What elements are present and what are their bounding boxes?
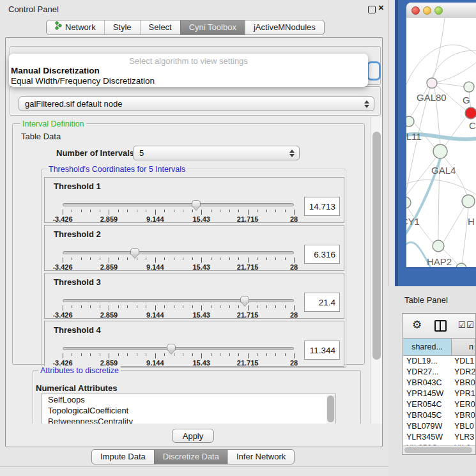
threshold-value-field[interactable]: 6.316 <box>304 245 340 264</box>
tick-mark <box>72 305 72 308</box>
table-cell[interactable]: YBR0 <box>452 410 475 421</box>
table-row[interactable]: YBL079WYBL0 <box>403 421 475 432</box>
tick-mark <box>174 353 174 356</box>
network-node[interactable] <box>456 263 466 267</box>
float-window-icon[interactable] <box>368 6 376 13</box>
table-cell[interactable]: YBL0 <box>452 421 475 432</box>
close-icon[interactable]: × <box>378 2 384 13</box>
settings-vertical-scrollbar[interactable] <box>371 117 382 424</box>
column-header-0[interactable]: shared... <box>403 338 452 356</box>
network-edge[interactable] <box>443 206 465 243</box>
threshold-value-field[interactable]: 14.713 <box>304 197 340 216</box>
table-row[interactable]: YER054CYER0 <box>403 399 475 410</box>
list-scrollbar-thumb[interactable] <box>327 395 334 422</box>
threshold-slider-thumb[interactable] <box>167 344 176 351</box>
network-edge[interactable] <box>437 83 464 87</box>
tab-infer-network[interactable]: Infer Network <box>227 450 294 464</box>
table-cell[interactable]: YDR27... <box>403 367 452 378</box>
mac-zoom-icon[interactable] <box>434 6 443 15</box>
network-node-gcy1[interactable] <box>406 197 411 208</box>
mac-minimize-icon[interactable] <box>423 6 431 15</box>
table-cell[interactable]: YPR1 <box>452 388 475 399</box>
table-data-combo[interactable]: galFiltered.sif default node <box>19 96 374 111</box>
gear-icon[interactable]: ⚙ <box>412 318 422 332</box>
network-canvas[interactable]: GAL80GCGAL11GAL4GCY1HHAP2 <box>406 18 476 267</box>
network-edge[interactable] <box>445 158 467 196</box>
table-row[interactable]: YLR345WYLR3 <box>403 432 475 443</box>
threshold-slider-thumb[interactable] <box>130 248 139 255</box>
control-panel: Control Panel × NetworkStyleSelectCyni T… <box>0 0 389 476</box>
table-cell[interactable]: YLR345W <box>403 432 452 443</box>
table-row[interactable]: YBR043CYBR0 <box>403 378 475 388</box>
table-cell[interactable]: YER0 <box>452 399 475 410</box>
number-of-intervals-combo[interactable]: 5 <box>133 146 300 160</box>
tab-style[interactable]: Style <box>104 20 140 35</box>
tab-impute-data[interactable]: Impute Data <box>92 450 154 464</box>
checkbox-icon[interactable]: ☑ <box>466 320 474 330</box>
numerical-attributes-list[interactable]: SelfLoopsTopologicalCoefficientBetweenne… <box>41 394 336 424</box>
checkbox-icon[interactable]: ☑ <box>458 320 466 330</box>
table-row[interactable]: YDR27...YDR2 <box>403 367 475 378</box>
table-hscrollbar-thumb[interactable] <box>404 447 472 453</box>
network-node-gal11[interactable] <box>406 116 414 127</box>
table-row[interactable]: YPR145WYPR1 <box>403 388 475 399</box>
attribute-list-item[interactable]: SelfLoops <box>42 394 335 405</box>
tab-cyni-toolbox[interactable]: Cyni Toolbox <box>180 20 245 35</box>
network-edge[interactable] <box>445 116 467 146</box>
tick-mark <box>229 305 230 308</box>
list-scrollbar[interactable] <box>326 395 335 424</box>
table-cell[interactable]: YBL079W <box>403 421 452 432</box>
network-node-gal4[interactable] <box>433 144 447 158</box>
algorithm-option-manual[interactable]: Manual Discretization <box>11 66 100 75</box>
algorithm-option-equal-width[interactable]: Equal Width/Frequency Discretization <box>11 76 155 86</box>
network-node-g[interactable] <box>464 82 474 92</box>
threshold-value-field[interactable]: 11.344 <box>304 341 340 360</box>
threshold-slider-thumb[interactable] <box>240 296 249 303</box>
threshold-slider-track[interactable] <box>63 203 294 206</box>
network-window-titlebar[interactable] <box>406 3 476 19</box>
table-row[interactable]: YDL19...YDL1 <box>403 356 475 367</box>
tab-discretize-data[interactable]: Discretize Data <box>154 450 227 464</box>
tick-mark <box>174 257 174 260</box>
threshold-value-field[interactable]: 21.4 <box>304 293 340 312</box>
network-node-label: GAL11 <box>406 131 422 142</box>
network-edge[interactable] <box>438 63 476 82</box>
network-node-hap2[interactable] <box>433 240 444 252</box>
table-cell[interactable]: YBR043C <box>403 378 452 388</box>
table-cell[interactable]: YER054C <box>403 399 452 410</box>
network-node-label: H <box>468 216 475 227</box>
threshold-slider-thumb[interactable] <box>192 200 201 207</box>
network-node-c[interactable] <box>465 107 476 119</box>
attribute-list-item[interactable]: BetweennessCentrality <box>42 416 335 424</box>
algorithm-combo-focus-ring[interactable] <box>367 61 381 81</box>
table-cell[interactable]: YDR2 <box>452 367 475 378</box>
split-column-icon[interactable] <box>434 320 447 332</box>
table-cell[interactable]: YLR3 <box>452 432 475 443</box>
threshold-slider-track[interactable] <box>63 299 294 302</box>
slider-ticks <box>63 353 294 359</box>
network-node-h[interactable] <box>462 195 475 208</box>
tab-jactivemnodules[interactable]: jActiveMNodules <box>245 20 324 35</box>
network-edge[interactable] <box>433 18 445 79</box>
network-node-gal80[interactable] <box>427 78 437 88</box>
table-cell[interactable]: YBR0 <box>452 378 475 388</box>
threshold-slider-track[interactable] <box>63 251 294 254</box>
table-cell[interactable]: YBR045C <box>403 410 452 421</box>
network-edge[interactable] <box>406 158 436 198</box>
table-cell[interactable]: YPR145W <box>403 388 452 399</box>
apply-button[interactable]: Apply <box>172 429 214 443</box>
attribute-list-item[interactable]: TopologicalCoefficient <box>42 405 335 416</box>
tab-select[interactable]: Select <box>140 20 180 35</box>
tick-mark <box>275 305 276 308</box>
table-cell[interactable]: YDL19... <box>403 356 452 367</box>
settings-scrollbar-thumb[interactable] <box>372 132 381 360</box>
tab-network[interactable]: Network <box>47 20 104 35</box>
tick-mark <box>155 210 156 215</box>
column-header-1[interactable]: n <box>452 338 475 356</box>
mac-close-icon[interactable] <box>411 6 420 15</box>
network-edge[interactable] <box>432 50 476 78</box>
table-horizontal-scrollbar[interactable] <box>403 445 475 454</box>
threshold-slider-track[interactable] <box>63 347 294 350</box>
table-row[interactable]: YBR045CYBR0 <box>403 410 475 421</box>
table-cell[interactable]: YDL1 <box>452 356 475 367</box>
